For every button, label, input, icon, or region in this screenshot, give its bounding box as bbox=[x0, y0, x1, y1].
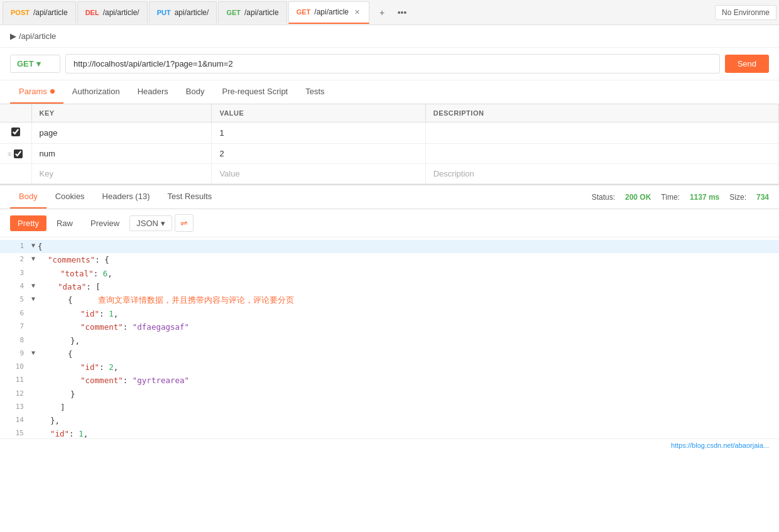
line-num-6: 6 bbox=[5, 307, 24, 320]
line-num-2: 2 bbox=[5, 253, 24, 266]
format-value: JSON bbox=[136, 219, 158, 228]
json-line-2: 2 ▼ "comments": { bbox=[0, 253, 779, 266]
response-section: Body Cookies Headers (13) Test Results S… bbox=[0, 185, 779, 452]
row2-value[interactable]: 2 bbox=[212, 144, 425, 164]
fmt-raw[interactable]: Raw bbox=[49, 215, 80, 231]
environment-badge[interactable]: No Environme bbox=[715, 5, 776, 20]
tab-post[interactable]: POST /api/article bbox=[3, 1, 76, 24]
url-input[interactable] bbox=[65, 54, 720, 73]
resp-tab-body[interactable]: Body bbox=[10, 185, 46, 209]
val-comment-2: "gyrtrearea" bbox=[133, 374, 189, 387]
line-num-1: 1 bbox=[5, 240, 24, 252]
line-num-5: 5 bbox=[5, 293, 24, 306]
format-select[interactable]: JSON ▾ bbox=[129, 215, 172, 231]
request-tabs: Params Authorization Headers Body Pre-re… bbox=[0, 80, 779, 104]
breadcrumb: ▶ /api/article bbox=[0, 25, 779, 48]
resp-tab-cookies[interactable]: Cookies bbox=[46, 185, 94, 209]
tab-post-path: /api/article bbox=[33, 8, 68, 17]
row2-checkbox[interactable] bbox=[14, 149, 23, 158]
toggle-1[interactable]: ▼ bbox=[31, 240, 35, 251]
val-id-2: 2 bbox=[109, 361, 114, 374]
response-status: Status: 200 OK Time: 1137 ms Size: 734 bbox=[592, 193, 769, 202]
toggle-2[interactable]: ▼ bbox=[31, 253, 35, 264]
size-label: Size: bbox=[729, 193, 746, 202]
placeholder-value[interactable]: Value bbox=[212, 164, 425, 184]
key-id-2: "id" bbox=[80, 361, 99, 374]
toggle-4[interactable]: ▼ bbox=[31, 280, 35, 291]
send-button[interactable]: Send bbox=[725, 55, 769, 73]
row2-key[interactable]: num bbox=[31, 144, 212, 164]
drag-handle-icon[interactable]: ≡ bbox=[8, 150, 11, 158]
json-line-15: 15 "id": 1, bbox=[0, 427, 779, 438]
tab-put[interactable]: PUT api/article/ bbox=[149, 1, 217, 24]
tab-del[interactable]: DEL /api/article/ bbox=[77, 1, 148, 24]
key-total: "total" bbox=[60, 267, 94, 280]
json-line-12: 12 } bbox=[0, 388, 779, 401]
row1-key[interactable]: page bbox=[31, 122, 212, 144]
placeholder-key[interactable]: Key bbox=[31, 164, 212, 184]
tab-headers-label: Headers bbox=[138, 87, 168, 96]
tab-get1-path: /api/article bbox=[244, 8, 279, 17]
val-id-1: 1 bbox=[109, 307, 114, 320]
json-line-11: 11 "comment": "gyrtrearea" bbox=[0, 374, 779, 387]
line-num-15: 15 bbox=[5, 427, 24, 438]
tab-get-2-active[interactable]: GET /api/article ✕ bbox=[288, 1, 369, 24]
tab-headers[interactable]: Headers bbox=[129, 80, 177, 104]
toggle-5[interactable]: ▼ bbox=[31, 293, 35, 304]
add-tab-button[interactable]: + bbox=[373, 4, 391, 21]
line-num-13: 13 bbox=[5, 401, 24, 413]
tab-post-method: POST bbox=[11, 9, 30, 16]
tab-authorization[interactable]: Authorization bbox=[63, 80, 129, 104]
fmt-pretty[interactable]: Pretty bbox=[10, 215, 46, 231]
val-comment-1: "dfaegagsaf" bbox=[133, 320, 189, 334]
close-tab-button[interactable]: ✕ bbox=[352, 8, 361, 16]
tab-body[interactable]: Body bbox=[177, 80, 214, 104]
val-total: 6 bbox=[103, 267, 108, 280]
line-num-12: 12 bbox=[5, 388, 24, 400]
placeholder-description[interactable]: Description bbox=[425, 164, 778, 184]
json-line-5: 5 ▼ { 查询文章详情数据，并且携带内容与评论，评论要分页 bbox=[0, 293, 779, 307]
line-num-11: 11 bbox=[5, 374, 24, 386]
row2-checkbox-cell: ≡ bbox=[0, 144, 31, 164]
tab-actions: + ••• bbox=[373, 4, 411, 21]
json-line-10: 10 "id": 2, bbox=[0, 361, 779, 374]
line-num-4: 4 bbox=[5, 280, 24, 293]
json-line-7: 7 "comment": "dfaegagsaf" bbox=[0, 320, 779, 334]
tab-get-1[interactable]: GET /api/article bbox=[218, 1, 286, 24]
json-line-1: 1 ▼ { bbox=[0, 240, 779, 253]
row2-checkbox-wrapper: ≡ bbox=[8, 149, 24, 158]
resp-tab-tests[interactable]: Test Results bbox=[158, 185, 221, 209]
time-value: 1137 ms bbox=[690, 193, 719, 202]
fmt-preview[interactable]: Preview bbox=[83, 215, 127, 231]
tab-get2-method: GET bbox=[297, 8, 311, 16]
row1-value[interactable]: 1 bbox=[212, 122, 425, 144]
tab-params-label: Params bbox=[19, 87, 47, 96]
line-num-3: 3 bbox=[5, 267, 24, 280]
colon-2: : { bbox=[95, 253, 109, 266]
line-num-8: 8 bbox=[5, 334, 24, 347]
format-dropdown-icon: ▾ bbox=[161, 219, 165, 228]
tab-body-label: Body bbox=[186, 87, 205, 96]
more-tabs-button[interactable]: ••• bbox=[393, 4, 411, 21]
json-line-8: 8 }, bbox=[0, 334, 779, 347]
key-id-root: "id" bbox=[50, 427, 69, 438]
tab-prerequest-label: Pre-request Script bbox=[222, 87, 288, 96]
row1-description[interactable] bbox=[425, 122, 778, 144]
json-line-9: 9 ▼ { bbox=[0, 347, 779, 361]
tab-params[interactable]: Params bbox=[10, 80, 63, 104]
breadcrumb-arrow: ▶ bbox=[10, 31, 16, 41]
method-select[interactable]: GET ▾ bbox=[10, 55, 60, 73]
row2-description[interactable] bbox=[425, 144, 778, 164]
main-content: ▶ /api/article GET ▾ Send Params Authori… bbox=[0, 25, 779, 532]
tab-del-method: DEL bbox=[85, 9, 99, 16]
tab-prerequest[interactable]: Pre-request Script bbox=[213, 80, 297, 104]
row1-checkbox[interactable] bbox=[11, 128, 20, 136]
footer-link[interactable]: https://blog.csdn.net/abaorjaia... bbox=[0, 438, 779, 452]
resp-tab-headers[interactable]: Headers (13) bbox=[94, 185, 159, 209]
toggle-9[interactable]: ▼ bbox=[31, 347, 35, 358]
wrap-button[interactable]: ⇌ bbox=[175, 214, 193, 232]
status-value: 200 OK bbox=[625, 193, 651, 202]
tab-tests[interactable]: Tests bbox=[297, 80, 333, 104]
col-description-header: DESCRIPTION bbox=[425, 104, 778, 122]
line-num-9: 9 bbox=[5, 347, 24, 360]
